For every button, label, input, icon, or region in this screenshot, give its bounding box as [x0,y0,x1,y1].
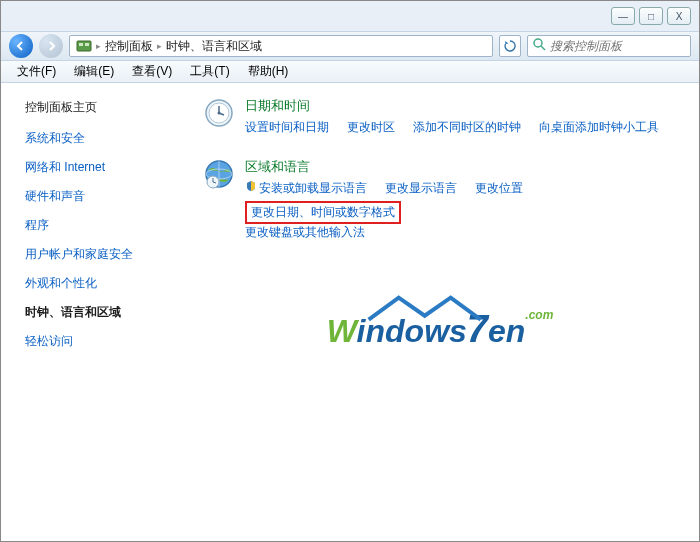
menu-file[interactable]: 文件(F) [9,61,64,82]
section-region-language: 区域和语言 安装或卸载显示语言 更改显示语言 更改位置 更改日期、时间或数字格式 [201,158,679,245]
sidebar: 控制面板主页 系统和安全 网络和 Internet 硬件和声音 程序 用户帐户和… [1,83,181,541]
menu-tools[interactable]: 工具(T) [182,61,237,82]
sidebar-item-hardware-sound[interactable]: 硬件和声音 [25,188,169,205]
title-bar: — □ X [1,1,699,31]
svg-rect-2 [85,43,89,46]
minimize-button[interactable]: — [611,7,635,25]
close-button[interactable]: X [667,7,691,25]
link-install-display-language[interactable]: 安装或卸载显示语言 [259,180,367,197]
globe-icon [201,158,237,194]
sidebar-item-system-security[interactable]: 系统和安全 [25,130,169,147]
breadcrumb-current[interactable]: 时钟、语言和区域 [166,38,262,55]
body-area: 控制面板主页 系统和安全 网络和 Internet 硬件和声音 程序 用户帐户和… [1,83,699,541]
menu-bar: 文件(F) 编辑(E) 查看(V) 工具(T) 帮助(H) [1,61,699,83]
svg-rect-1 [79,43,83,46]
content-pane: 日期和时间 设置时间和日期 更改时区 添加不同时区的时钟 向桌面添加时钟小工具 … [181,83,699,541]
refresh-button[interactable] [499,35,521,57]
menu-edit[interactable]: 编辑(E) [66,61,122,82]
address-bar: ▸ 控制面板 ▸ 时钟、语言和区域 [1,31,699,61]
section-title-region-language[interactable]: 区域和语言 [245,158,679,176]
window-frame: — □ X ▸ 控制面板 ▸ 时钟、语言和区域 文件 [0,0,700,542]
svg-point-3 [534,39,542,47]
link-add-desktop-clock-gadget[interactable]: 向桌面添加时钟小工具 [539,119,659,136]
back-button[interactable] [9,34,33,58]
link-change-location[interactable]: 更改位置 [475,180,523,197]
watermark-com: .com [525,308,553,322]
search-input[interactable] [550,39,700,53]
shield-icon [245,180,257,201]
section-title-date-time[interactable]: 日期和时间 [245,97,679,115]
link-change-date-time-number-format[interactable]: 更改日期、时间或数字格式 [251,205,395,219]
svg-point-9 [218,112,221,115]
sidebar-item-network[interactable]: 网络和 Internet [25,159,169,176]
clock-icon [201,97,237,133]
link-change-timezone[interactable]: 更改时区 [347,119,395,136]
sidebar-heading[interactable]: 控制面板主页 [25,99,169,116]
link-add-timezone-clocks[interactable]: 添加不同时区的时钟 [413,119,521,136]
link-change-keyboard-input[interactable]: 更改键盘或其他输入法 [245,224,365,241]
sidebar-item-appearance[interactable]: 外观和个性化 [25,275,169,292]
control-panel-icon [76,38,92,54]
forward-button[interactable] [39,34,63,58]
watermark-w: W [327,313,357,349]
sidebar-item-clock-language-region[interactable]: 时钟、语言和区域 [25,304,169,321]
chevron-right-icon: ▸ [157,41,162,51]
highlighted-link-container: 更改日期、时间或数字格式 [245,201,401,224]
menu-view[interactable]: 查看(V) [124,61,180,82]
breadcrumb[interactable]: ▸ 控制面板 ▸ 时钟、语言和区域 [69,35,493,57]
sidebar-item-accounts[interactable]: 用户帐户和家庭安全 [25,246,169,263]
menu-help[interactable]: 帮助(H) [240,61,297,82]
breadcrumb-control-panel[interactable]: 控制面板 [105,38,153,55]
chevron-right-icon: ▸ [96,41,101,51]
search-box[interactable] [527,35,691,57]
link-change-display-language[interactable]: 更改显示语言 [385,180,457,197]
search-icon [532,37,546,55]
maximize-button[interactable]: □ [639,7,663,25]
sidebar-item-ease-of-access[interactable]: 轻松访问 [25,333,169,350]
link-set-date-time[interactable]: 设置时间和日期 [245,119,329,136]
svg-line-4 [541,46,545,50]
watermark-logo: Windows7en.com [327,308,554,351]
section-date-time: 日期和时间 设置时间和日期 更改时区 添加不同时区的时钟 向桌面添加时钟小工具 [201,97,679,140]
sidebar-item-programs[interactable]: 程序 [25,217,169,234]
mountain-icon [365,294,505,324]
